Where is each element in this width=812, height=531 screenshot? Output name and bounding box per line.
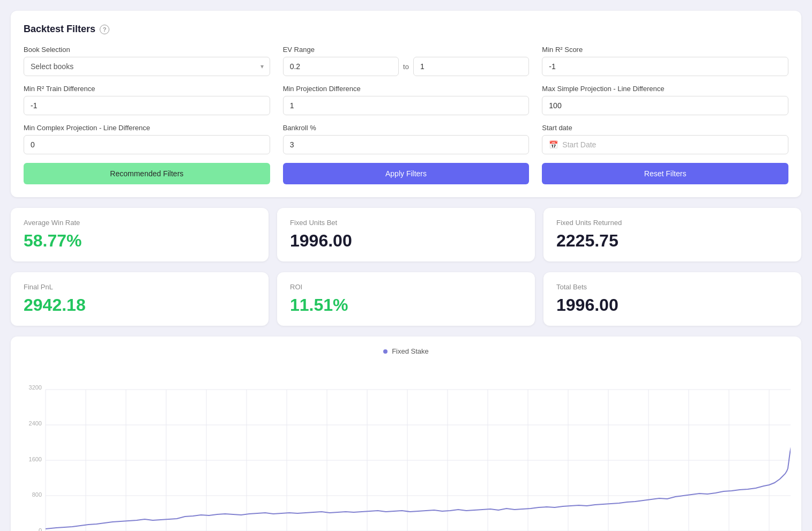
calendar-icon: 📅 <box>549 140 558 149</box>
ev-range-row: to <box>283 57 530 76</box>
start-date-label: Start date <box>542 124 788 132</box>
chart-card: Fixed Stake 0 800 1600 2400 3200 <box>11 336 801 531</box>
start-date-placeholder: Start Date <box>562 140 596 149</box>
ev-range-group: EV Range to <box>283 46 530 76</box>
filters-grid: Book Selection Select books ▾ EV Range t… <box>24 46 788 154</box>
min-complex-proj-label: Min Complex Projection - Line Difference <box>24 124 270 132</box>
min-r2-train-group: Min R² Train Difference <box>24 85 270 115</box>
start-date-wrapper[interactable]: 📅 Start Date <box>542 135 788 154</box>
min-proj-diff-group: Min Projection Difference <box>283 85 530 115</box>
total-bets-value: 1996.00 <box>556 295 788 315</box>
avg-win-rate-label: Average Win Rate <box>24 219 256 227</box>
min-r2-score-label: Min R² Score <box>542 46 788 54</box>
book-selection-select[interactable]: Select books <box>24 57 270 76</box>
recommended-filters-button[interactable]: Recommended Filters <box>24 163 270 184</box>
ev-to-input[interactable] <box>413 57 529 76</box>
roi-card: ROI 11.51% <box>277 272 535 326</box>
min-proj-diff-input[interactable] <box>283 96 530 115</box>
fixed-stake-line <box>46 393 791 529</box>
total-bets-card: Total Bets 1996.00 <box>543 272 801 326</box>
fixed-units-bet-card: Fixed Units Bet 1996.00 <box>277 208 535 261</box>
book-selection-group: Book Selection Select books ▾ <box>24 46 270 76</box>
svg-text:800: 800 <box>32 491 42 498</box>
fixed-units-returned-value: 2225.75 <box>556 231 788 251</box>
bankroll-pct-input[interactable] <box>283 135 530 154</box>
book-selection-label: Book Selection <box>24 46 270 54</box>
chart-container: 0 800 1600 2400 3200 <box>21 364 791 531</box>
legend-dot <box>383 349 388 354</box>
start-date-group: Start date 📅 Start Date <box>542 124 788 154</box>
ev-from-input[interactable] <box>283 57 399 76</box>
min-proj-diff-label: Min Projection Difference <box>283 85 530 93</box>
fixed-units-bet-value: 1996.00 <box>290 231 522 251</box>
legend-label: Fixed Stake <box>392 347 429 355</box>
reset-filters-button[interactable]: Reset Filters <box>542 163 788 184</box>
chart-legend: Fixed Stake <box>21 347 791 355</box>
ev-to-label: to <box>403 63 409 71</box>
line-chart: 0 800 1600 2400 3200 <box>21 364 791 531</box>
max-simple-proj-group: Max Simple Projection - Line Difference <box>542 85 788 115</box>
help-icon[interactable]: ? <box>100 25 109 34</box>
bankroll-pct-label: Bankroll % <box>283 124 530 132</box>
max-simple-proj-input[interactable] <box>542 96 788 115</box>
fixed-units-bet-label: Fixed Units Bet <box>290 219 522 227</box>
avg-win-rate-value: 58.77% <box>24 231 256 251</box>
min-r2-score-group: Min R² Score <box>542 46 788 76</box>
stats-grid-bottom: Final PnL 2942.18 ROI 11.51% Total Bets … <box>11 272 801 326</box>
min-r2-score-input[interactable] <box>542 57 788 76</box>
roi-label: ROI <box>290 283 522 291</box>
filters-card: Backtest Filters ? Book Selection Select… <box>11 11 801 197</box>
title-text: Backtest Filters <box>24 24 95 35</box>
page-title: Backtest Filters ? <box>24 24 788 35</box>
bankroll-pct-group: Bankroll % <box>283 124 530 154</box>
min-r2-train-input[interactable] <box>24 96 270 115</box>
final-pnl-card: Final PnL 2942.18 <box>11 272 269 326</box>
min-r2-train-label: Min R² Train Difference <box>24 85 270 93</box>
fixed-units-returned-card: Fixed Units Returned 2225.75 <box>543 208 801 261</box>
total-bets-label: Total Bets <box>556 283 788 291</box>
max-simple-proj-label: Max Simple Projection - Line Difference <box>542 85 788 93</box>
stats-grid-top: Average Win Rate 58.77% Fixed Units Bet … <box>11 208 801 261</box>
avg-win-rate-card: Average Win Rate 58.77% <box>11 208 269 261</box>
svg-text:0: 0 <box>39 527 42 531</box>
roi-value: 11.51% <box>290 295 522 315</box>
svg-text:1600: 1600 <box>29 456 42 462</box>
min-complex-proj-group: Min Complex Projection - Line Difference <box>24 124 270 154</box>
svg-text:3200: 3200 <box>29 384 42 391</box>
book-selection-wrapper: Select books ▾ <box>24 57 270 76</box>
fixed-units-returned-label: Fixed Units Returned <box>556 219 788 227</box>
min-complex-proj-input[interactable] <box>24 135 270 154</box>
ev-range-label: EV Range <box>283 46 530 54</box>
final-pnl-label: Final PnL <box>24 283 256 291</box>
svg-text:2400: 2400 <box>29 420 42 427</box>
filters-actions: Recommended Filters Apply Filters Reset … <box>24 163 788 184</box>
apply-filters-button[interactable]: Apply Filters <box>283 163 530 184</box>
final-pnl-value: 2942.18 <box>24 295 256 315</box>
